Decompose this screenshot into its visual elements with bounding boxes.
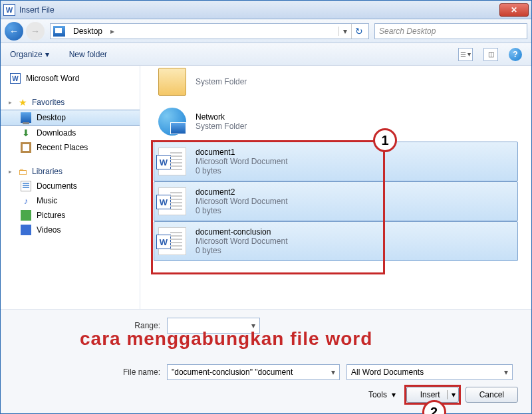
filetype-filter[interactable]: All Word Documents — [346, 364, 513, 380]
videos-icon — [21, 225, 31, 235]
sidebar-group-favorites[interactable]: ★ Favorites — [1, 95, 140, 110]
annotation-overlay-text: cara menggabungkan file word — [80, 328, 372, 350]
dialog-title: Insert File — [19, 5, 499, 15]
tools-button[interactable]: Tools ▾ — [368, 390, 396, 399]
download-icon: ⬇ — [21, 128, 31, 138]
help-button[interactable]: ? — [509, 48, 522, 61]
breadcrumb-location[interactable]: Desktop — [69, 27, 106, 36]
pictures-icon — [21, 210, 31, 221]
desktop-icon — [21, 112, 31, 123]
documents-icon — [21, 181, 31, 191]
preview-pane-button[interactable]: ◫ — [483, 48, 498, 61]
breadcrumb[interactable]: Desktop ▸ ▾ ↻ — [50, 23, 369, 39]
file-item-network[interactable]: Network System Folder — [154, 102, 518, 142]
music-icon: ♪ — [21, 195, 31, 206]
desktop-icon — [53, 26, 65, 37]
bottom-panel: Range: File name: "document-conclusion" … — [1, 309, 531, 413]
folder-icon — [158, 68, 186, 96]
word-icon: W — [10, 73, 21, 84]
network-icon — [158, 108, 186, 136]
sidebar-item-documents[interactable]: Documents — [1, 179, 140, 193]
annotation-marker-1: 1 — [373, 128, 397, 152]
toolbar: Organize ▾ New folder ☰ ▾ ◫ ? — [1, 43, 531, 66]
nav-bar: ← → Desktop ▸ ▾ ↻ Search Desktop — [1, 19, 531, 43]
close-button[interactable]: ✕ — [499, 3, 529, 17]
search-input[interactable]: Search Desktop — [374, 23, 527, 39]
chevron-right-icon[interactable]: ▸ — [106, 27, 118, 36]
organize-button[interactable]: Organize ▾ — [10, 50, 49, 59]
refresh-button[interactable]: ↻ — [351, 24, 366, 39]
search-placeholder: Search Desktop — [379, 27, 436, 36]
filename-input[interactable]: "document-conclusion" "document — [167, 364, 340, 380]
new-folder-button[interactable]: New folder — [69, 50, 107, 59]
sidebar-item-word[interactable]: W Microsoft Word — [1, 71, 140, 86]
insert-file-dialog: W Insert File ✕ ← → Desktop ▸ ▾ ↻ Search… — [0, 0, 532, 414]
sidebar-group-libraries[interactable]: 🗀 Libraries — [1, 164, 140, 179]
star-icon: ★ — [17, 97, 28, 108]
file-item[interactable]: document2 Microsoft Word Document 0 byte… — [154, 181, 518, 221]
file-item-computer[interactable]: System Folder — [154, 66, 518, 102]
sidebar-item-desktop[interactable]: Desktop — [1, 110, 140, 126]
sidebar-item-videos[interactable]: Videos — [1, 223, 140, 237]
word-doc-icon — [158, 187, 186, 215]
sidebar-item-recent[interactable]: Recent Places — [1, 140, 140, 155]
cancel-button[interactable]: Cancel — [466, 387, 518, 403]
file-item[interactable]: document1 Microsoft Word Document 0 byte… — [154, 142, 518, 181]
sidebar-item-pictures[interactable]: Pictures — [1, 208, 140, 223]
dropdown-icon[interactable]: ▾ — [338, 27, 351, 36]
chevron-down-icon[interactable]: ▾ — [447, 390, 456, 399]
word-doc-icon — [158, 227, 186, 255]
back-button[interactable]: ← — [5, 22, 23, 41]
file-item[interactable]: document-conclusion Microsoft Word Docum… — [154, 221, 518, 261]
filename-label: File name: — [14, 367, 160, 377]
word-doc-icon — [158, 148, 186, 175]
recent-icon — [21, 142, 31, 153]
forward-button: → — [26, 22, 45, 41]
sidebar-item-downloads[interactable]: ⬇ Downloads — [1, 126, 140, 140]
sidebar: W Microsoft Word ★ Favorites Desktop ⬇ D… — [1, 66, 140, 309]
libraries-icon: 🗀 — [17, 166, 28, 177]
word-app-icon: W — [3, 4, 15, 16]
sidebar-item-music[interactable]: ♪ Music — [1, 193, 140, 208]
view-options-button[interactable]: ☰ ▾ — [458, 48, 473, 61]
titlebar: W Insert File ✕ — [1, 1, 531, 19]
file-pane[interactable]: System Folder Network System Folder 1 do… — [140, 66, 531, 309]
chevron-down-icon: ▾ — [45, 50, 49, 59]
